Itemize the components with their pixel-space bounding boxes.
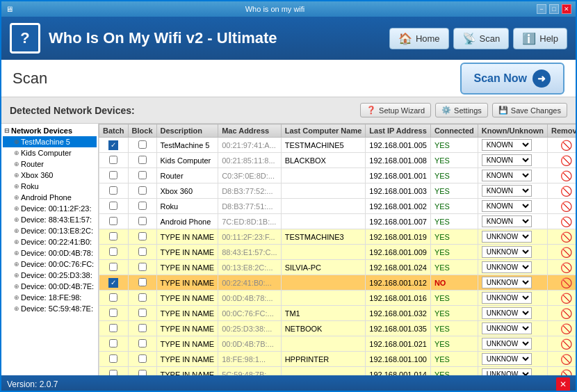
remove-button[interactable]: 🚫: [560, 216, 572, 227]
scan-now-button[interactable]: Scan Now ➜: [460, 63, 564, 95]
sidebar-item-device9[interactable]: ⊕ Device: 00:22:41:B0:: [3, 236, 97, 247]
block-checkbox[interactable]: [138, 202, 147, 210]
block-checkbox[interactable]: [138, 324, 147, 332]
sidebar-item-testmachine5[interactable]: ⊕ TestMachine 5: [3, 136, 97, 147]
status-select[interactable]: KNOWNUNKNOWN: [482, 307, 532, 319]
batch-checkbox[interactable]: [109, 232, 117, 240]
batch-checkbox[interactable]: [109, 202, 117, 210]
remove-button[interactable]: 🚫: [560, 323, 572, 334]
block-checkbox[interactable]: [138, 370, 147, 376]
block-checkbox[interactable]: [138, 263, 147, 271]
setup-wizard-button[interactable]: ❓ Setup Wizard: [360, 103, 431, 117]
close-button[interactable]: ✕: [562, 4, 571, 14]
settings-button[interactable]: ⚙️ Settings: [435, 103, 488, 117]
app-nav: 🏠 Home 📡 Scan ℹ️ Help: [389, 28, 567, 49]
batch-checkbox[interactable]: [109, 309, 117, 317]
status-select[interactable]: KNOWNUNKNOWN: [482, 154, 532, 166]
block-checkbox[interactable]: [138, 293, 147, 302]
sidebar-item-device13[interactable]: ⊕ Device: 00:0D:4B:7E:: [3, 281, 97, 292]
batch-checkbox[interactable]: [109, 217, 117, 225]
batch-checkbox[interactable]: [109, 370, 117, 376]
batch-checkbox[interactable]: [109, 247, 117, 256]
block-checkbox[interactable]: [138, 186, 147, 195]
block-checkbox[interactable]: [138, 309, 147, 317]
mac-cell: 00:25:D3:38:...: [218, 321, 282, 336]
block-checkbox[interactable]: [138, 217, 147, 225]
batch-checkbox[interactable]: [109, 354, 117, 363]
batch-checkbox[interactable]: [109, 293, 117, 302]
remove-button[interactable]: 🚫: [560, 369, 572, 376]
sidebar-root-item[interactable]: ⊟ Network Devices: [3, 125, 97, 136]
block-checkbox[interactable]: [138, 140, 147, 149]
status-select[interactable]: KNOWNUNKNOWN: [482, 215, 532, 227]
status-select[interactable]: KNOWNUNKNOWN: [482, 322, 532, 334]
status-select[interactable]: KNOWNUNKNOWN: [482, 277, 532, 288]
batch-cell: [99, 306, 129, 321]
batch-checkbox[interactable]: ✓: [108, 278, 118, 288]
save-changes-button[interactable]: 💾 Save Changes: [492, 103, 567, 117]
block-checkbox[interactable]: [138, 232, 147, 240]
sidebar-item-device6[interactable]: ⊕ Device: 00:11:2F:23:: [3, 203, 97, 214]
status-select[interactable]: KNOWNUNKNOWN: [482, 292, 532, 304]
status-select[interactable]: KNOWNUNKNOWN: [482, 170, 532, 181]
remove-button[interactable]: 🚫: [560, 338, 572, 350]
batch-checkbox[interactable]: [109, 324, 117, 332]
sidebar-item-device14[interactable]: ⊕ Device: 18:FE:98:: [3, 292, 97, 303]
status-select[interactable]: KNOWNUNKNOWN: [482, 246, 532, 258]
status-cell: KNOWNUNKNOWN: [478, 214, 547, 229]
sidebar-item-device10[interactable]: ⊕ Device: 00:0D:4B:78:: [3, 247, 97, 259]
remove-button[interactable]: 🚫: [560, 140, 572, 151]
scan-button[interactable]: 📡 Scan: [453, 28, 510, 49]
block-checkbox[interactable]: [138, 339, 147, 348]
block-checkbox[interactable]: [138, 354, 147, 363]
minimize-button[interactable]: −: [537, 4, 546, 14]
help-button[interactable]: ℹ️ Help: [513, 28, 567, 49]
remove-button[interactable]: 🚫: [560, 155, 572, 166]
table-row: TYPE IN NAME18:FE:98:1...HPPRINTER192.16…: [99, 352, 576, 367]
maximize-button[interactable]: □: [549, 4, 559, 14]
remove-button[interactable]: 🚫: [560, 277, 572, 288]
remove-button[interactable]: 🚫: [560, 201, 572, 212]
sidebar-item-kids-computer[interactable]: ⊕ Kids Computer: [3, 147, 97, 158]
remove-button[interactable]: 🚫: [560, 247, 572, 258]
batch-checkbox[interactable]: [109, 156, 117, 164]
block-checkbox[interactable]: [138, 171, 147, 179]
status-select[interactable]: KNOWNUNKNOWN: [482, 231, 532, 243]
status-select[interactable]: KNOWNUNKNOWN: [482, 338, 532, 350]
batch-checkbox[interactable]: [109, 171, 117, 179]
status-select[interactable]: KNOWNUNKNOWN: [482, 185, 532, 197]
sidebar-item-xbox360[interactable]: ⊕ Xbox 360: [3, 170, 97, 181]
batch-checkbox[interactable]: ✓: [108, 140, 118, 150]
status-select[interactable]: KNOWNUNKNOWN: [482, 353, 532, 365]
block-checkbox[interactable]: [138, 278, 147, 286]
scan-title: Scan: [13, 70, 47, 88]
batch-checkbox[interactable]: [109, 339, 117, 348]
status-select[interactable]: KNOWNUNKNOWN: [482, 200, 532, 212]
status-select[interactable]: KNOWNUNKNOWN: [482, 261, 532, 273]
mac-cell: 00:13:E8:2C:...: [218, 260, 282, 275]
status-select[interactable]: KNOWNUNKNOWN: [482, 139, 532, 151]
sidebar-item-router[interactable]: ⊕ Router: [3, 158, 97, 170]
block-checkbox[interactable]: [138, 247, 147, 256]
batch-checkbox[interactable]: [109, 186, 117, 195]
status-select[interactable]: KNOWNUNKNOWN: [482, 368, 532, 375]
sidebar-item-device15[interactable]: ⊕ Device: 5C:59:48:7E:: [3, 303, 97, 314]
status-close-button[interactable]: ✕: [556, 377, 570, 391]
block-cell: [128, 245, 156, 260]
remove-button[interactable]: 🚫: [560, 354, 572, 365]
sidebar-item-device8[interactable]: ⊕ Device: 00:13:E8:2C:: [3, 225, 97, 236]
remove-button[interactable]: 🚫: [560, 170, 572, 181]
block-checkbox[interactable]: [138, 156, 147, 164]
remove-button[interactable]: 🚫: [560, 231, 572, 243]
sidebar-item-device12[interactable]: ⊕ Device: 00:25:D3:38:: [3, 270, 97, 281]
remove-button[interactable]: 🚫: [560, 308, 572, 319]
sidebar-item-android-phone[interactable]: ⊕ Android Phone: [3, 192, 97, 203]
batch-checkbox[interactable]: [109, 263, 117, 271]
remove-button[interactable]: 🚫: [560, 262, 572, 273]
home-button[interactable]: 🏠 Home: [389, 28, 449, 49]
sidebar-item-device7[interactable]: ⊕ Device: 88:43:E1:57:: [3, 214, 97, 225]
sidebar-item-roku[interactable]: ⊕ Roku: [3, 181, 97, 192]
remove-button[interactable]: 🚫: [560, 293, 572, 304]
remove-button[interactable]: 🚫: [560, 186, 572, 197]
sidebar-item-device11[interactable]: ⊕ Device: 00:0C:76:FC:: [3, 259, 97, 270]
